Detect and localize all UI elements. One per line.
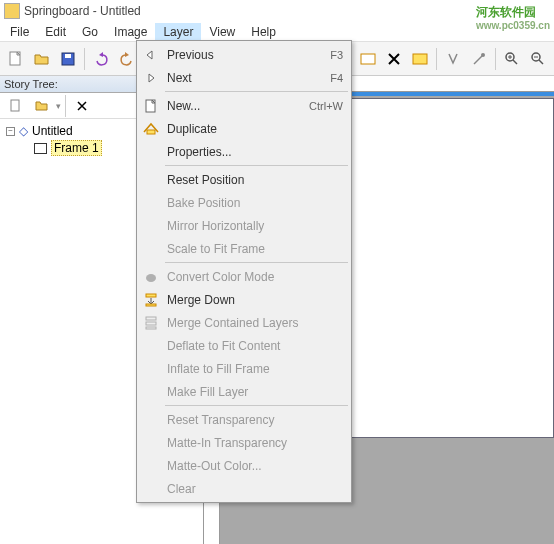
menu-item-label: New... xyxy=(167,99,303,113)
menu-separator xyxy=(165,405,348,406)
menu-item-label: Matte-Out Color... xyxy=(167,459,343,473)
menu-item-properties[interactable]: Properties... xyxy=(139,140,349,163)
new-file-button[interactable] xyxy=(4,47,28,71)
svg-point-14 xyxy=(146,274,156,282)
svg-rect-7 xyxy=(413,54,427,64)
svg-rect-18 xyxy=(146,322,156,325)
menu-separator xyxy=(165,262,348,263)
menu-item-scale-to-fit-frame: Scale to Fit Frame xyxy=(139,237,349,260)
tree-root-label: Untitled xyxy=(32,124,73,138)
merge-contained-icon xyxy=(141,316,161,330)
menu-item-label: Next xyxy=(167,71,324,85)
blob-icon xyxy=(141,270,161,284)
separator xyxy=(436,48,437,70)
app-icon xyxy=(4,3,20,19)
save-button[interactable] xyxy=(56,47,80,71)
svg-rect-2 xyxy=(65,54,71,58)
menu-image[interactable]: Image xyxy=(106,23,155,41)
svg-rect-17 xyxy=(146,317,156,320)
menu-item-mirror-horizontally: Mirror Horizontally xyxy=(139,214,349,237)
menu-separator xyxy=(165,91,348,92)
menu-item-label: Matte-In Transparency xyxy=(167,436,343,450)
menu-item-shortcut: F3 xyxy=(330,49,343,61)
svg-rect-13 xyxy=(147,130,155,134)
menu-item-label: Mirror Horizontally xyxy=(167,219,343,233)
panel-close-button[interactable] xyxy=(70,94,94,118)
new-doc-button[interactable] xyxy=(4,94,28,118)
window-title: Springboard - Untitled xyxy=(24,4,141,18)
undo-button[interactable] xyxy=(89,47,113,71)
menu-item-deflate-to-fit-content: Deflate to Fit Content xyxy=(139,334,349,357)
tool-v-button[interactable] xyxy=(441,47,465,71)
menu-item-label: Make Fill Layer xyxy=(167,385,343,399)
menu-item-shortcut: F4 xyxy=(330,72,343,84)
menu-item-matte-in-transparency: Matte-In Transparency xyxy=(139,431,349,454)
separator xyxy=(84,48,85,70)
collapse-icon[interactable]: − xyxy=(6,127,15,136)
separator xyxy=(495,48,496,70)
menu-view[interactable]: View xyxy=(201,23,243,41)
book-icon: ◇ xyxy=(19,124,28,138)
menu-item-reset-position[interactable]: Reset Position xyxy=(139,168,349,191)
menu-help[interactable]: Help xyxy=(243,23,284,41)
menubar: FileEditGoImageLayerViewHelp xyxy=(0,22,554,42)
menu-item-label: Merge Down xyxy=(167,293,343,307)
merge-down-icon xyxy=(141,293,161,307)
new-doc-icon xyxy=(141,99,161,113)
svg-rect-11 xyxy=(11,100,19,111)
separator xyxy=(65,95,66,117)
menu-item-clear: Clear xyxy=(139,477,349,500)
menu-item-reset-transparency: Reset Transparency xyxy=(139,408,349,431)
svg-rect-19 xyxy=(146,327,156,329)
menu-item-merge-down[interactable]: Merge Down xyxy=(139,288,349,311)
duplicate-icon xyxy=(141,122,161,136)
svg-rect-16 xyxy=(146,304,156,306)
menu-item-label: Reset Transparency xyxy=(167,413,343,427)
layer-context-menu: PreviousF3NextF4New...Ctrl+WDuplicatePro… xyxy=(136,40,352,503)
menu-item-label: Clear xyxy=(167,482,343,496)
menu-item-matte-out-color: Matte-Out Color... xyxy=(139,454,349,477)
menu-item-previous[interactable]: PreviousF3 xyxy=(139,43,349,66)
menu-item-shortcut: Ctrl+W xyxy=(309,100,343,112)
menu-item-label: Bake Position xyxy=(167,196,343,210)
menu-layer[interactable]: Layer xyxy=(155,23,201,41)
menu-item-inflate-to-fill-frame: Inflate to Fill Frame xyxy=(139,357,349,380)
menu-item-next[interactable]: NextF4 xyxy=(139,66,349,89)
menu-item-label: Previous xyxy=(167,48,324,62)
menu-item-duplicate[interactable]: Duplicate xyxy=(139,117,349,140)
svg-point-8 xyxy=(481,53,485,57)
frame-button-2[interactable] xyxy=(356,47,380,71)
zoom-out-button[interactable] xyxy=(526,47,550,71)
menu-file[interactable]: File xyxy=(2,23,37,41)
svg-rect-15 xyxy=(146,294,156,297)
menu-separator xyxy=(165,165,348,166)
menu-go[interactable]: Go xyxy=(74,23,106,41)
menu-item-label: Duplicate xyxy=(167,122,343,136)
delete-button[interactable] xyxy=(382,47,406,71)
menu-item-bake-position: Bake Position xyxy=(139,191,349,214)
menu-item-make-fill-layer: Make Fill Layer xyxy=(139,380,349,403)
titlebar: Springboard - Untitled xyxy=(0,0,554,22)
dropdown-icon[interactable]: ▾ xyxy=(56,101,61,111)
menu-item-label: Deflate to Fit Content xyxy=(167,339,343,353)
right-arrow-icon xyxy=(141,72,161,84)
menu-item-label: Merge Contained Layers xyxy=(167,316,343,330)
menu-item-convert-color-mode: Convert Color Mode xyxy=(139,265,349,288)
menu-item-merge-contained-layers: Merge Contained Layers xyxy=(139,311,349,334)
open-folder-button[interactable] xyxy=(30,94,54,118)
menu-item-label: Properties... xyxy=(167,145,343,159)
menu-item-label: Convert Color Mode xyxy=(167,270,343,284)
menu-item-new[interactable]: New...Ctrl+W xyxy=(139,94,349,117)
menu-item-label: Reset Position xyxy=(167,173,343,187)
menu-item-label: Inflate to Fill Frame xyxy=(167,362,343,376)
menu-edit[interactable]: Edit xyxy=(37,23,74,41)
zoom-in-button[interactable] xyxy=(500,47,524,71)
film-button[interactable] xyxy=(408,47,432,71)
left-arrow-icon xyxy=(141,49,161,61)
open-button[interactable] xyxy=(30,47,54,71)
tree-frame-label: Frame 1 xyxy=(51,140,102,156)
tool-wand-button[interactable] xyxy=(467,47,491,71)
svg-rect-6 xyxy=(361,54,375,64)
frame-icon xyxy=(34,143,47,154)
menu-item-label: Scale to Fit Frame xyxy=(167,242,343,256)
